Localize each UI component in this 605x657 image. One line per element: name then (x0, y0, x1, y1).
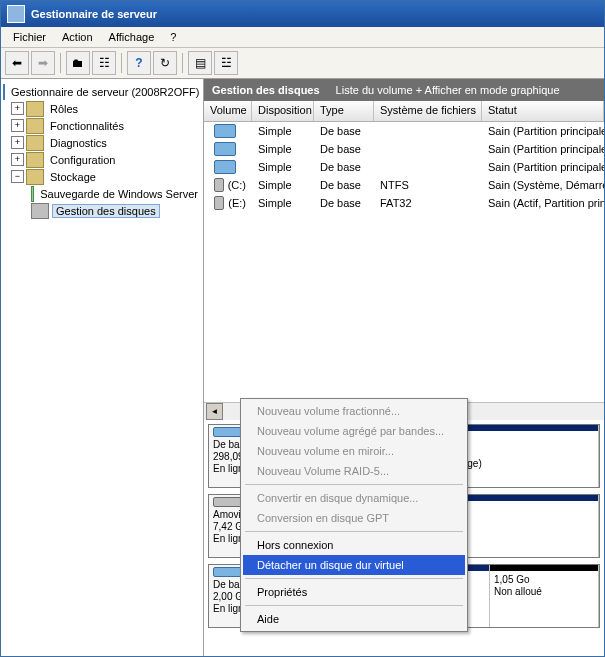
cell-disposition: Simple (252, 179, 314, 191)
tree-roles[interactable]: + Rôles (3, 100, 201, 117)
panel-title: Gestion des disques (212, 84, 320, 96)
separator (121, 53, 122, 73)
menubar: Fichier Action Affichage ? (1, 27, 604, 48)
col-status[interactable]: Statut (482, 101, 604, 121)
menu-new-raid5: Nouveau Volume RAID-5... (243, 461, 465, 481)
settings-button[interactable]: ☳ (214, 51, 238, 75)
partition-size: 1,05 Go (494, 574, 530, 585)
help-button[interactable]: ? (127, 51, 151, 75)
menu-properties[interactable]: Propriétés (243, 582, 465, 602)
tree-label: Fonctionnalités (47, 120, 127, 132)
refresh-button[interactable]: ↻ (153, 51, 177, 75)
cell-status: Sain (Système, Démarrer, Fichier d'échan… (482, 179, 604, 191)
cell-type: De base (314, 125, 374, 137)
toolbar: ⬅ ➡ 🖿 ☷ ? ↻ ▤ ☳ (1, 48, 604, 79)
partition-bar (490, 565, 598, 571)
tree-label: Sauvegarde de Windows Server (37, 188, 201, 200)
col-filesystem[interactable]: Système de fichiers (374, 101, 482, 121)
separator (245, 484, 463, 485)
nav-forward-button[interactable]: ➡ (31, 51, 55, 75)
separator (245, 578, 463, 579)
menu-offline[interactable]: Hors connexion (243, 535, 465, 555)
menu-help[interactable]: ? (162, 29, 184, 45)
disk-icon (31, 203, 49, 219)
tree-label: Stockage (47, 171, 99, 183)
tree-label: Configuration (47, 154, 118, 166)
cell-type: De base (314, 143, 374, 155)
menu-help[interactable]: Aide (243, 609, 465, 629)
collapse-icon[interactable]: − (11, 170, 24, 183)
separator (245, 531, 463, 532)
server-icon (3, 84, 5, 100)
volume-grid[interactable]: SimpleDe baseSain (Partition principale)… (204, 122, 604, 402)
cell-disposition: Simple (252, 197, 314, 209)
menu-file[interactable]: Fichier (5, 29, 54, 45)
volume-grid-header: Volume Disposition Type Système de fichi… (204, 101, 604, 122)
volume-row[interactable]: (C:)SimpleDe baseNTFSSain (Système, Déma… (204, 176, 604, 194)
cell-status: Sain (Partition principale) (482, 161, 604, 173)
view-button[interactable]: ☷ (92, 51, 116, 75)
disk-icon (213, 567, 243, 577)
disk-context-menu[interactable]: Nouveau volume fractionné... Nouveau vol… (240, 398, 468, 632)
cell-disposition: Simple (252, 143, 314, 155)
tree-features[interactable]: + Fonctionnalités (3, 117, 201, 134)
tree-label: Gestionnaire de serveur (2008R2OFF) (8, 86, 202, 98)
col-volume[interactable]: Volume (204, 101, 252, 121)
volume-icon (214, 124, 236, 138)
cell-filesystem: FAT32 (374, 197, 482, 209)
volume-row[interactable]: SimpleDe baseSain (Partition principale) (204, 158, 604, 176)
folder-icon (26, 135, 44, 151)
scroll-left-button[interactable]: ◄ (206, 403, 223, 420)
partition-unallocated[interactable]: 1,05 Go Non alloué (490, 565, 599, 627)
expand-icon[interactable]: + (11, 136, 24, 149)
volume-name: (C:) (228, 179, 246, 191)
volume-icon (214, 160, 236, 174)
volume-row[interactable]: SimpleDe baseSain (Partition principale) (204, 140, 604, 158)
cell-disposition: Simple (252, 125, 314, 137)
menu-new-mirror: Nouveau volume en miroir... (243, 441, 465, 461)
volume-row[interactable]: SimpleDe baseSain (Partition principale) (204, 122, 604, 140)
show-hide-button[interactable]: 🖿 (66, 51, 90, 75)
menu-convert-dynamic: Convertir en disque dynamique... (243, 488, 465, 508)
tree-backup[interactable]: Sauvegarde de Windows Server (3, 185, 201, 202)
nav-back-button[interactable]: ⬅ (5, 51, 29, 75)
expand-icon[interactable]: + (11, 153, 24, 166)
menu-detach-vhd[interactable]: Détacher un disque dur virtuel (243, 555, 465, 575)
folder-icon (26, 169, 44, 185)
cell-status: Sain (Partition principale) (482, 125, 604, 137)
tree-configuration[interactable]: + Configuration (3, 151, 201, 168)
expand-icon[interactable]: + (11, 119, 24, 132)
disk-icon (213, 427, 243, 437)
cell-disposition: Simple (252, 161, 314, 173)
col-disposition[interactable]: Disposition (252, 101, 314, 121)
list-view-button[interactable]: ▤ (188, 51, 212, 75)
cell-status: Sain (Actif, Partition principale) (482, 197, 604, 209)
menu-action[interactable]: Action (54, 29, 101, 45)
panel-header: Gestion des disques Liste du volume + Af… (204, 79, 604, 101)
app-icon (7, 5, 25, 23)
folder-icon (26, 118, 44, 134)
volume-icon (214, 142, 236, 156)
nav-tree[interactable]: Gestionnaire de serveur (2008R2OFF) + Rô… (1, 79, 204, 656)
folder-icon (26, 101, 44, 117)
expand-icon[interactable]: + (11, 102, 24, 115)
tree-storage[interactable]: − Stockage (3, 168, 201, 185)
folder-icon (26, 152, 44, 168)
cell-status: Sain (Partition principale) (482, 143, 604, 155)
panel-subtitle: Liste du volume + Afficher en mode graph… (336, 84, 560, 96)
volume-name: (E:) (228, 197, 246, 209)
volume-icon (214, 178, 224, 192)
titlebar[interactable]: Gestionnaire de serveur (1, 1, 604, 27)
menu-view[interactable]: Affichage (101, 29, 163, 45)
tree-root[interactable]: Gestionnaire de serveur (2008R2OFF) (3, 83, 201, 100)
col-type[interactable]: Type (314, 101, 374, 121)
volume-row[interactable]: (E:)SimpleDe baseFAT32Sain (Actif, Parti… (204, 194, 604, 212)
tree-diagnostics[interactable]: + Diagnostics (3, 134, 201, 151)
tree-disk-management[interactable]: Gestion des disques (3, 202, 201, 219)
cell-filesystem: NTFS (374, 179, 482, 191)
volume-icon (214, 196, 224, 210)
cell-type: De base (314, 179, 374, 191)
tree-label: Diagnostics (47, 137, 110, 149)
backup-icon (31, 186, 34, 202)
cell-type: De base (314, 197, 374, 209)
